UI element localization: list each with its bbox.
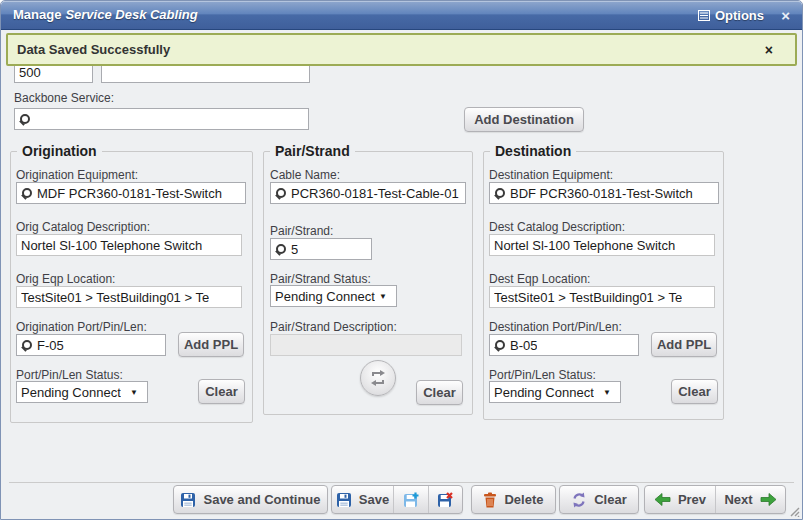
page-title: ManageService Desk Cabling: [13, 1, 198, 29]
next-button[interactable]: Next: [715, 486, 785, 513]
backbone-service-label: Backbone Service:: [14, 91, 114, 105]
manage-cabling-dialog: ManageService Desk Cabling Options × 500…: [0, 0, 803, 520]
save-close-icon: [437, 492, 453, 508]
footer-divider: [9, 482, 794, 483]
delete-button[interactable]: Delete: [471, 485, 556, 514]
destination-equipment-label: Destination Equipment:: [489, 168, 613, 182]
search-icon: [494, 188, 505, 199]
search-icon: [19, 114, 30, 125]
orig-add-ppl-button[interactable]: Add PPL: [178, 332, 244, 357]
dest-catalog-description-field: Nortel Sl-100 Telephone Switch: [489, 234, 715, 256]
destination-legend: Destination: [490, 143, 576, 159]
alert-close-icon[interactable]: ×: [765, 42, 773, 58]
swap-icon: [369, 369, 387, 387]
prev-next-button-group: Prev Next: [644, 485, 786, 514]
origination-ppl-label: Origination Port/Pin/Len:: [16, 320, 147, 334]
origination-legend: Origination: [17, 143, 102, 159]
alert-message: Data Saved Successfully: [17, 42, 170, 57]
origination-equipment-input[interactable]: MDF PCR360-0181-Test-Switch: [16, 182, 246, 204]
close-icon[interactable]: ×: [781, 1, 790, 29]
search-icon: [494, 340, 505, 351]
pair-strand-clear-button[interactable]: Clear: [416, 380, 463, 405]
search-icon: [21, 340, 32, 351]
orig-catalog-description-label: Orig Catalog Description:: [16, 220, 150, 234]
search-icon: [21, 188, 32, 199]
chevron-down-icon: ▼: [379, 292, 387, 301]
orig-eqp-location-field: TestSite01 > TestBuilding01 > Te: [16, 286, 242, 308]
add-destination-button[interactable]: Add Destination: [464, 107, 584, 132]
save-new-icon: [403, 492, 419, 508]
chevron-down-icon: ▼: [603, 388, 611, 397]
options-button[interactable]: Options: [698, 1, 764, 29]
chevron-down-icon: ▼: [130, 388, 138, 397]
orig-catalog-description-field: Nortel Sl-100 Telephone Switch: [16, 234, 242, 256]
backbone-service-input[interactable]: [14, 108, 309, 130]
clear-button[interactable]: Clear: [559, 485, 639, 514]
search-icon: [275, 188, 286, 199]
save-button[interactable]: Save: [332, 486, 393, 513]
save-close-button[interactable]: [428, 486, 462, 513]
dest-catalog-description-label: Dest Catalog Description:: [489, 220, 625, 234]
save-new-button[interactable]: [393, 486, 427, 513]
prev-arrow-icon: [654, 493, 671, 506]
save-icon: [336, 492, 352, 508]
destination-ppl-label: Destination Port/Pin/Len:: [489, 320, 622, 334]
pair-strand-description-label: Pair/Strand Description:: [270, 320, 397, 334]
destination-ppl-input[interactable]: B-05: [489, 334, 639, 356]
pair-strand-status-dropdown[interactable]: Pending Connect ▼: [270, 285, 397, 307]
resize-grip-icon[interactable]: [787, 504, 800, 517]
save-and-continue-button[interactable]: Save and Continue: [173, 485, 328, 514]
delete-icon: [483, 492, 497, 508]
pair-strand-description-input: [270, 334, 462, 356]
cable-name-label: Cable Name:: [270, 168, 340, 182]
pair-strand-legend: Pair/Strand: [270, 143, 355, 159]
orig-clear-button[interactable]: Clear: [198, 379, 245, 404]
clear-icon: [571, 492, 587, 508]
dest-eqp-location-field: TestSite01 > TestBuilding01 > Te: [489, 286, 715, 308]
destination-equipment-input[interactable]: BDF PCR360-0181-Test-Switch: [489, 182, 719, 204]
dest-clear-button[interactable]: Clear: [671, 379, 718, 404]
orig-ppl-status-label: Port/Pin/Len Status:: [16, 368, 123, 382]
dest-ppl-status-dropdown[interactable]: Pending Connect ▼: [489, 381, 621, 403]
pair-strand-label: Pair/Strand:: [270, 224, 333, 238]
search-icon: [275, 244, 286, 255]
save-icon: [180, 492, 196, 508]
orig-ppl-status-dropdown[interactable]: Pending Connect ▼: [16, 381, 148, 403]
cable-name-input[interactable]: PCR360-0181-Test-Cable-01: [270, 182, 466, 204]
pair-strand-status-label: Pair/Strand Status:: [270, 272, 371, 286]
save-button-group: Save: [331, 485, 463, 514]
next-arrow-icon: [760, 493, 777, 506]
pair-strand-input[interactable]: 5: [270, 238, 372, 260]
destination-section: Destination Destination Equipment: BDF P…: [483, 151, 724, 420]
origination-ppl-input[interactable]: F-05: [16, 334, 166, 356]
swap-button[interactable]: [360, 360, 396, 396]
orig-eqp-location-label: Orig Eqp Location:: [16, 272, 115, 286]
options-list-icon: [698, 10, 710, 21]
origination-equipment-label: Origination Equipment:: [16, 168, 138, 182]
title-bar: ManageService Desk Cabling Options ×: [1, 1, 802, 30]
dest-eqp-location-label: Dest Eqp Location:: [489, 272, 590, 286]
prev-button[interactable]: Prev: [645, 486, 715, 513]
dest-ppl-status-label: Port/Pin/Len Status:: [489, 368, 596, 382]
success-alert: Data Saved Successfully ×: [6, 33, 797, 66]
dest-add-ppl-button[interactable]: Add PPL: [651, 332, 717, 357]
origination-section: Origination Origination Equipment: MDF P…: [10, 151, 253, 423]
pair-strand-section: Pair/Strand Cable Name: PCR360-0181-Test…: [263, 151, 473, 415]
options-label: Options: [715, 8, 764, 23]
